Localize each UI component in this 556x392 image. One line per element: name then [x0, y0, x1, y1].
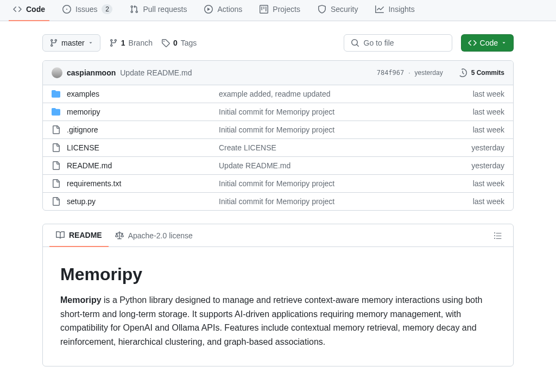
- file-commit-message[interactable]: Create LICENSE: [219, 143, 471, 152]
- commits-count[interactable]: 5 Commits: [471, 69, 504, 77]
- caret-down-icon: [88, 40, 93, 46]
- file-date: yesterday: [471, 143, 504, 152]
- tab-counter: 2: [102, 4, 112, 14]
- tab-pulls[interactable]: Pull requests: [125, 1, 191, 20]
- branch-icon: [109, 39, 118, 47]
- security-icon: [318, 5, 326, 14]
- branch-name: master: [61, 39, 85, 47]
- file-listing: caspianmoon Update README.md 784f967 · y…: [42, 60, 514, 211]
- file-icon: [52, 125, 60, 134]
- file-commit-message[interactable]: example added, readme updated: [219, 90, 473, 98]
- readme-title: Memoripy: [60, 264, 496, 284]
- folder-icon: [52, 108, 60, 116]
- code-button[interactable]: Code: [461, 34, 514, 52]
- tab-issues[interactable]: Issues2: [58, 0, 117, 21]
- projects-icon: [260, 5, 268, 14]
- commit-sha[interactable]: 784f967: [377, 69, 405, 77]
- tab-label: Security: [331, 5, 358, 14]
- code-icon: [13, 5, 22, 14]
- branch-info: 1 Branch 0 Tags: [109, 39, 197, 47]
- tab-actions[interactable]: Actions: [200, 1, 247, 20]
- commit-author[interactable]: caspianmoon: [67, 68, 116, 77]
- law-icon: [115, 231, 124, 240]
- file-name[interactable]: LICENSE: [67, 143, 219, 152]
- insights-icon: [375, 5, 384, 14]
- tab-label: Projects: [273, 5, 300, 14]
- branch-label: Branch: [129, 39, 153, 47]
- file-icon: [52, 143, 60, 152]
- file-date: last week: [473, 125, 504, 134]
- readme-intro-text: is a Python library designed to manage a…: [60, 295, 482, 346]
- file-name[interactable]: .gitignore: [67, 125, 219, 134]
- code-icon: [468, 39, 477, 47]
- license-tab[interactable]: Apache-2.0 license: [109, 225, 199, 246]
- caret-down-icon: [501, 40, 507, 46]
- tab-code[interactable]: Code: [9, 1, 49, 21]
- file-name[interactable]: requirements.txt: [67, 179, 219, 188]
- file-name[interactable]: memoripy: [67, 108, 219, 116]
- file-row[interactable]: examplesexample added, readme updatedlas…: [43, 85, 513, 103]
- readme-tabs: README Apache-2.0 license: [43, 224, 513, 247]
- search-icon: [351, 39, 359, 47]
- readme-intro-bold: Memoripy: [60, 295, 102, 305]
- file-commit-message[interactable]: Initial commit for Memoripy project: [219, 197, 473, 206]
- tag-label: Tags: [181, 39, 197, 47]
- repo-nav: CodeIssues2Pull requestsActionsProjectsS…: [0, 0, 556, 21]
- branches-link[interactable]: 1 Branch: [109, 39, 153, 47]
- issues-icon: [62, 5, 71, 14]
- list-icon: [494, 231, 502, 240]
- file-date: last week: [473, 197, 504, 206]
- tab-projects[interactable]: Projects: [255, 1, 305, 20]
- go-to-file-input[interactable]: Go to file: [344, 34, 452, 52]
- file-row[interactable]: setup.pyInitial commit for Memoripy proj…: [43, 192, 513, 210]
- pulls-icon: [130, 5, 138, 14]
- folder-icon: [52, 90, 60, 98]
- file-name[interactable]: README.md: [67, 161, 219, 170]
- file-commit-message[interactable]: Initial commit for Memoripy project: [219, 125, 473, 134]
- file-row[interactable]: LICENSECreate LICENSEyesterday: [43, 138, 513, 156]
- file-row[interactable]: memoripyInitial commit for Memoripy proj…: [43, 103, 513, 121]
- readme-tab[interactable]: README: [49, 224, 109, 247]
- branch-icon: [49, 39, 58, 47]
- file-commit-message[interactable]: Update README.md: [219, 161, 471, 170]
- file-name[interactable]: examples: [67, 90, 219, 98]
- file-row[interactable]: .gitignoreInitial commit for Memoripy pr…: [43, 121, 513, 138]
- license-tab-label: Apache-2.0 license: [128, 231, 193, 240]
- branch-selector-button[interactable]: master: [42, 34, 100, 52]
- file-date: yesterday: [471, 161, 504, 170]
- commit-message[interactable]: Update README.md: [120, 68, 192, 77]
- readme-box: README Apache-2.0 license Memoripy Memor…: [42, 224, 514, 366]
- avatar[interactable]: [52, 67, 62, 78]
- file-date: last week: [473, 179, 504, 188]
- tab-label: Code: [26, 5, 45, 14]
- tab-security[interactable]: Security: [313, 1, 363, 20]
- book-icon: [56, 231, 65, 239]
- readme-content: Memoripy Memoripy is a Python library de…: [43, 247, 513, 366]
- file-icon: [52, 179, 60, 188]
- file-row[interactable]: requirements.txtInitial commit for Memor…: [43, 174, 513, 192]
- main-container: master 1 Branch 0 Tags Go to file: [34, 21, 522, 380]
- file-date: last week: [473, 90, 504, 98]
- file-commit-message[interactable]: Initial commit for Memoripy project: [219, 108, 473, 116]
- file-commit-message[interactable]: Initial commit for Memoripy project: [219, 179, 473, 188]
- file-name[interactable]: setup.py: [67, 197, 219, 206]
- file-date: last week: [473, 108, 504, 116]
- readme-intro: Memoripy is a Python library designed to…: [60, 293, 496, 349]
- tab-label: Issues: [75, 5, 97, 14]
- readme-tab-label: README: [69, 231, 102, 239]
- file-toolbar: master 1 Branch 0 Tags Go to file: [42, 34, 514, 52]
- tab-label: Actions: [217, 5, 242, 14]
- tag-icon: [161, 39, 170, 47]
- file-icon: [52, 197, 60, 206]
- tab-label: Pull requests: [143, 5, 187, 14]
- tab-insights[interactable]: Insights: [371, 1, 419, 20]
- tag-count: 0: [173, 39, 178, 47]
- outline-button[interactable]: [489, 227, 507, 244]
- latest-commit-header: caspianmoon Update README.md 784f967 · y…: [43, 61, 513, 85]
- search-placeholder: Go to file: [364, 39, 394, 47]
- code-button-label: Code: [480, 39, 498, 47]
- file-row[interactable]: README.mdUpdate README.mdyesterday: [43, 156, 513, 174]
- tags-link[interactable]: 0 Tags: [161, 39, 197, 47]
- tab-label: Insights: [388, 5, 414, 14]
- file-icon: [52, 161, 60, 170]
